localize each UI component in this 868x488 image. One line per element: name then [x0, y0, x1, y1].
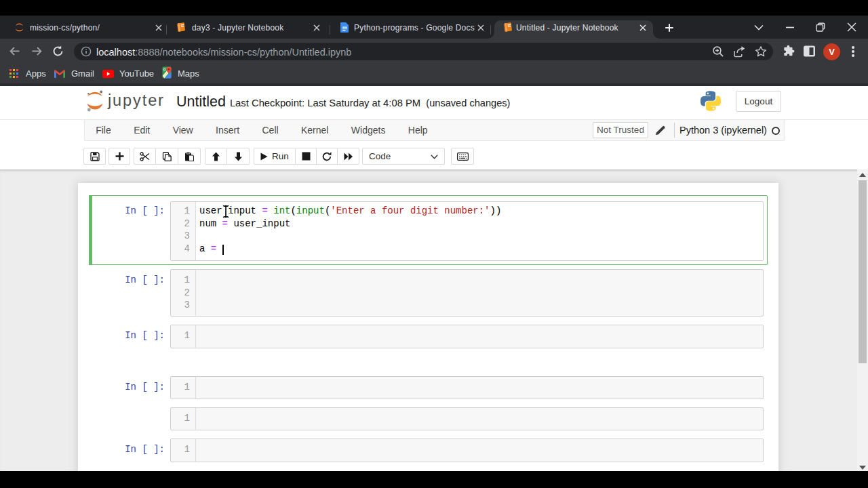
- svg-text:jupyter: jupyter: [107, 92, 165, 109]
